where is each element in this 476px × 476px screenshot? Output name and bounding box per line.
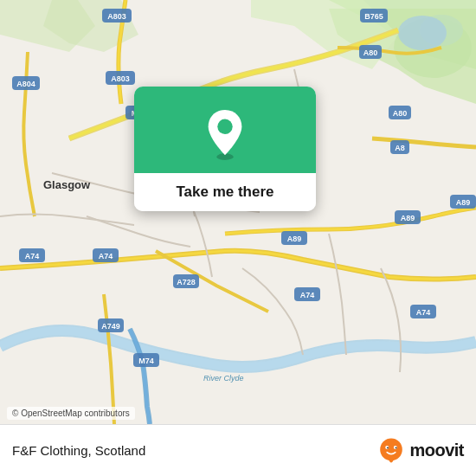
moovit-logo: moovit bbox=[377, 437, 464, 465]
place-name-label: F&F Clothing, Scotland bbox=[12, 443, 145, 458]
svg-text:A74: A74 bbox=[416, 308, 431, 317]
svg-text:A8: A8 bbox=[395, 144, 405, 152]
moovit-text: moovit bbox=[409, 441, 464, 460]
svg-text:A749: A749 bbox=[101, 322, 120, 331]
svg-text:A74: A74 bbox=[300, 291, 315, 299]
svg-text:A728: A728 bbox=[177, 278, 196, 286]
svg-text:A89: A89 bbox=[401, 214, 415, 222]
svg-text:A803: A803 bbox=[111, 74, 130, 83]
svg-text:A804: A804 bbox=[16, 80, 35, 88]
svg-point-53 bbox=[387, 447, 389, 448]
moovit-icon bbox=[377, 437, 405, 465]
svg-point-54 bbox=[396, 447, 397, 448]
svg-text:River Clyde: River Clyde bbox=[203, 374, 244, 383]
map-svg: A803 A803 B765 A80 A804 M8 A80 A8 Glasgo… bbox=[0, 0, 476, 424]
svg-text:M74: M74 bbox=[138, 357, 154, 365]
popup-card: Take me there bbox=[134, 87, 316, 211]
svg-text:A803: A803 bbox=[107, 12, 126, 21]
svg-text:B765: B765 bbox=[364, 12, 383, 21]
popup-green-area bbox=[134, 87, 316, 173]
svg-text:A89: A89 bbox=[456, 198, 471, 207]
bottom-bar: F&F Clothing, Scotland moovit bbox=[0, 424, 476, 476]
location-pin-icon bbox=[203, 108, 248, 160]
svg-text:A80: A80 bbox=[393, 109, 408, 118]
location-icon-wrap bbox=[203, 108, 248, 160]
svg-text:A80: A80 bbox=[363, 48, 378, 57]
map-container: A803 A803 B765 A80 A804 M8 A80 A8 Glasgo… bbox=[0, 0, 476, 424]
svg-text:A74: A74 bbox=[99, 252, 113, 261]
take-me-there-button[interactable]: Take me there bbox=[134, 173, 316, 211]
map-attribution: © OpenStreetMap contributors bbox=[7, 407, 135, 420]
svg-point-9 bbox=[398, 16, 447, 50]
svg-text:A74: A74 bbox=[25, 252, 40, 261]
svg-point-49 bbox=[217, 119, 232, 134]
svg-text:Glasgow: Glasgow bbox=[43, 178, 91, 191]
svg-text:A89: A89 bbox=[287, 235, 302, 243]
svg-point-50 bbox=[381, 438, 403, 460]
